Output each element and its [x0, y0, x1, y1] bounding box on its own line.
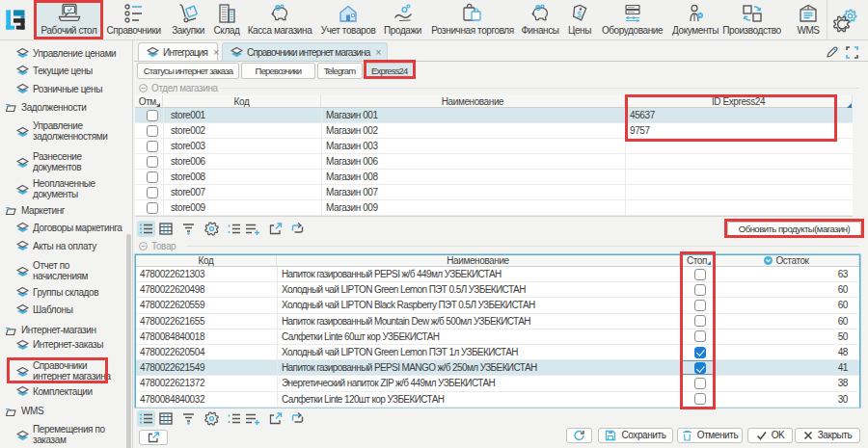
- svg-text:$: $: [577, 10, 582, 19]
